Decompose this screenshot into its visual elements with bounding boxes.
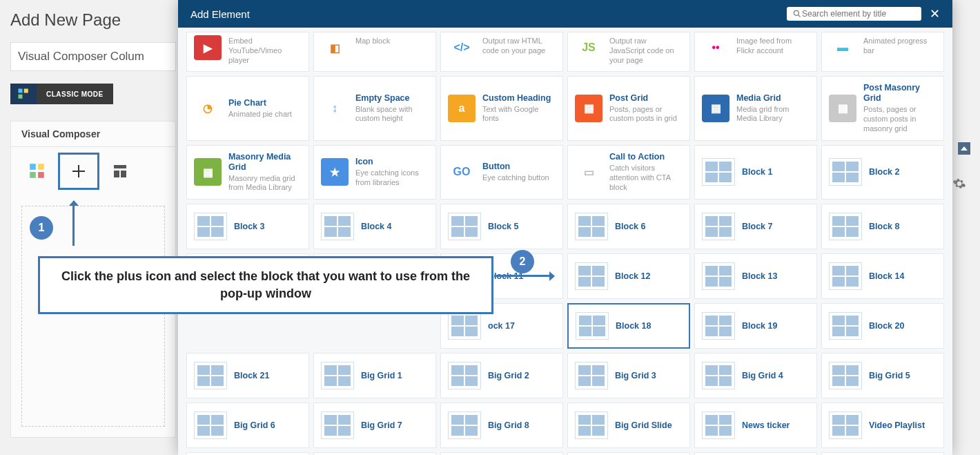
element-desc: Eye catching button xyxy=(482,173,556,183)
element-cell[interactable]: Block 8 xyxy=(821,204,944,249)
search-input[interactable] xyxy=(802,9,916,19)
element-cell[interactable]: GOButtonEye catching button xyxy=(440,145,563,200)
element-cell[interactable]: Big Grid 6 xyxy=(186,403,309,448)
add-element-modal: Add Element ✕ ▶Embed YouTube/Vimeo playe… xyxy=(178,0,952,455)
element-icon: ▦ xyxy=(702,95,729,122)
add-element-button[interactable] xyxy=(58,153,99,190)
element-title: Big Grid 2 xyxy=(488,371,556,381)
element-title: Big Grid 3 xyxy=(615,371,683,381)
element-cell[interactable]: Video Playlist xyxy=(821,403,944,448)
element-cell[interactable]: Popular category xyxy=(694,452,817,455)
element-cell[interactable]: Block 12 xyxy=(567,253,690,299)
element-cell[interactable]: Big Grid 8 xyxy=(440,403,563,448)
element-cell[interactable]: Block 2 xyxy=(821,145,944,200)
layout-thumb-icon xyxy=(829,262,862,290)
element-title: Post Grid xyxy=(609,93,683,104)
svg-rect-3 xyxy=(30,164,36,170)
element-cell[interactable]: aCustom HeadingText with Google fonts xyxy=(440,76,563,140)
element-title: Button xyxy=(482,162,556,172)
svg-rect-9 xyxy=(121,171,126,177)
element-cell[interactable]: Big Grid 2 xyxy=(440,353,563,398)
element-icon: JS xyxy=(575,35,602,60)
layout-thumb-icon xyxy=(575,412,608,439)
element-desc: Blank space with custom height xyxy=(355,105,429,124)
element-cell[interactable]: JSOutput raw JavaScript code on your pag… xyxy=(567,32,690,72)
element-cell[interactable]: ◧Map block xyxy=(313,32,436,72)
element-cell[interactable]: ▭Call to ActionCatch visitors attention … xyxy=(567,145,690,200)
svg-line-11 xyxy=(798,15,801,17)
modal-body: ▶Embed YouTube/Vimeo player◧Map block</>… xyxy=(178,28,952,455)
element-cell[interactable]: Big Grid 1 xyxy=(313,353,436,398)
element-cell[interactable]: ••Image feed from Flickr account xyxy=(694,32,817,72)
element-title: Block 5 xyxy=(488,222,556,232)
element-cell[interactable]: Block 1 xyxy=(694,145,817,200)
layout-thumb-icon xyxy=(829,213,862,240)
element-desc: Text with Google fonts xyxy=(482,105,556,124)
element-cell[interactable]: ↕Empty SpaceBlank space with custom heig… xyxy=(313,76,436,140)
element-cell[interactable]: Block 13 xyxy=(694,253,817,299)
element-title: ock 17 xyxy=(488,321,556,331)
gear-icon[interactable] xyxy=(952,177,966,193)
element-cell[interactable]: ★IconEye catching icons from libraries xyxy=(313,145,436,200)
layout-thumb-icon xyxy=(702,362,735,389)
element-title: Icon xyxy=(355,157,429,167)
element-cell[interactable]: Big Grid 4 xyxy=(694,353,817,398)
element-desc: Animated progress bar xyxy=(863,37,937,56)
element-cell[interactable]: Big Grid Slide xyxy=(567,403,690,448)
element-cell[interactable]: Block 19 xyxy=(694,303,817,349)
element-title: Block 20 xyxy=(869,321,937,331)
vc-logo-tool[interactable] xyxy=(17,153,58,190)
element-title: Block 21 xyxy=(234,371,302,381)
layout-thumb-icon xyxy=(575,362,608,389)
element-title: Big Grid 5 xyxy=(869,371,937,381)
classic-mode-button[interactable]: CLASSIC MODE xyxy=(37,84,113,104)
element-cell[interactable]: Block 7 xyxy=(694,204,817,249)
element-cell[interactable]: ▦Post GridPosts, pages or custom posts i… xyxy=(567,76,690,140)
layout-thumb-icon xyxy=(448,362,481,389)
element-cell[interactable]: Big Grid 3 xyxy=(567,353,690,398)
element-cell[interactable]: ▦Masonry Media GridMasonry media grid fr… xyxy=(186,145,309,200)
layout-thumb-icon xyxy=(575,213,608,240)
scroll-up-icon[interactable] xyxy=(958,142,970,155)
annotation-callout: Click the plus icon and select the block… xyxy=(38,256,493,314)
layout-thumb-icon xyxy=(829,312,862,340)
element-cell[interactable]: Block 3 xyxy=(186,204,309,249)
element-cell[interactable]: </>Output raw HTML code on your page xyxy=(440,32,563,72)
search-box[interactable] xyxy=(787,7,921,21)
element-cell[interactable]: ▬Animated progress bar xyxy=(821,32,944,72)
element-cell[interactable]: Block 5 xyxy=(440,204,563,249)
element-cell[interactable]: ▦Post Masonry GridPosts, pages or custom… xyxy=(821,76,944,140)
element-cell[interactable]: Slide xyxy=(821,452,944,455)
element-cell[interactable]: Block 4 xyxy=(313,204,436,249)
element-cell[interactable]: Big Grid 7 xyxy=(313,403,436,448)
element-cell[interactable]: Video Playlist xyxy=(186,452,309,455)
element-cell[interactable]: Block 20 xyxy=(821,303,944,349)
element-title: Video Playlist xyxy=(869,420,937,431)
element-title: Block 8 xyxy=(869,222,937,232)
element-desc: Image feed from Flickr account xyxy=(736,37,810,56)
close-icon[interactable]: ✕ xyxy=(925,6,944,21)
svg-rect-2 xyxy=(19,95,23,99)
element-cell[interactable]: ▦Media GridMedia grid from Media Library xyxy=(694,76,817,140)
element-icon: GO xyxy=(448,158,476,186)
element-desc: Map block xyxy=(355,37,429,46)
element-desc: Media grid from Media Library xyxy=(736,105,810,124)
element-cell[interactable]: ▶Embed YouTube/Vimeo player xyxy=(186,32,309,72)
element-title: Big Grid 7 xyxy=(361,420,429,431)
element-cell[interactable]: Homepage post xyxy=(567,452,690,455)
element-cell[interactable]: Block 14 xyxy=(821,253,944,299)
element-icon: ▭ xyxy=(575,158,602,186)
element-cell[interactable]: Authors box xyxy=(440,452,563,455)
element-cell[interactable]: Big Grid 5 xyxy=(821,353,944,398)
element-cell[interactable]: Block 18 xyxy=(567,303,690,349)
svg-rect-1 xyxy=(24,89,28,93)
template-button[interactable] xyxy=(99,153,141,190)
page-title-input[interactable] xyxy=(10,42,176,71)
element-cell[interactable]: Ad box xyxy=(313,452,436,455)
element-cell[interactable]: News ticker xyxy=(694,403,817,448)
element-cell[interactable]: ◔Pie ChartAnimated pie chart xyxy=(186,76,309,140)
element-cell[interactable]: Block 6 xyxy=(567,204,690,249)
layout-thumb-icon xyxy=(575,262,608,290)
element-desc: Posts, pages or custom posts in masonry … xyxy=(863,105,937,133)
element-cell[interactable]: Block 21 xyxy=(186,353,309,398)
